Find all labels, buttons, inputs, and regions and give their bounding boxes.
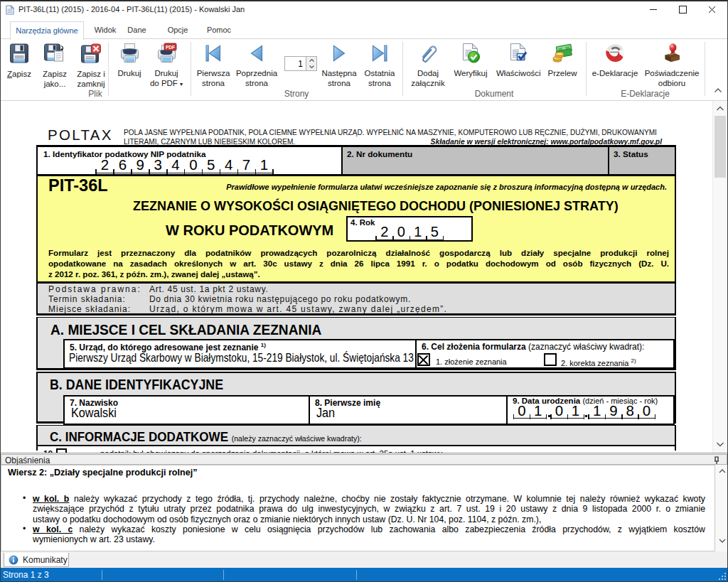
svg-text:PDF: PDF <box>166 45 175 50</box>
